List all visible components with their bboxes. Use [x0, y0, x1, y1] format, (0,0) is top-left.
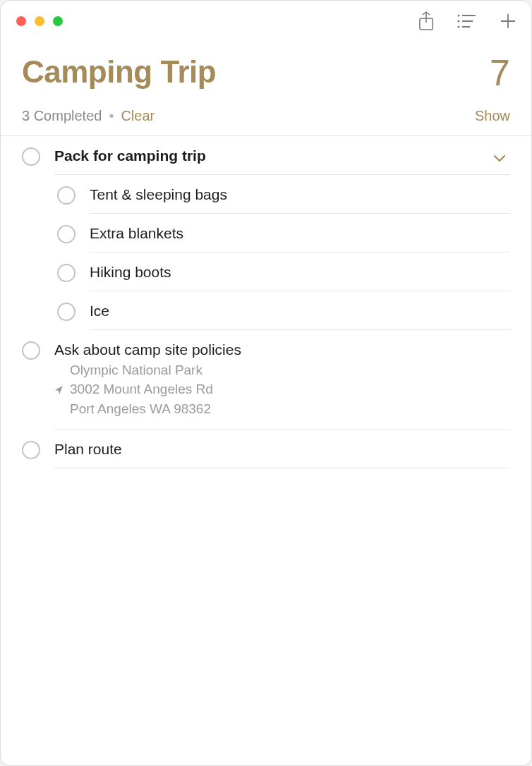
- reminder-subitem[interactable]: Tent & sleeping bags: [22, 175, 510, 214]
- reminder-title: Ice: [90, 303, 510, 320]
- reminder-title: Extra blankets: [90, 225, 510, 242]
- complete-checkbox[interactable]: [57, 303, 75, 321]
- add-reminder-button[interactable]: [497, 11, 519, 32]
- reminder-title: Pack for camping trip: [54, 147, 510, 164]
- clear-completed-button[interactable]: Clear: [121, 108, 155, 124]
- reminder-item[interactable]: Plan route: [22, 430, 510, 468]
- list-title: Camping Trip: [22, 54, 216, 90]
- location-arrow-icon: [54, 382, 66, 401]
- reminder-item[interactable]: Pack for camping trip: [22, 136, 510, 175]
- separator-dot: •: [109, 108, 114, 124]
- close-window-button[interactable]: [16, 16, 26, 26]
- complete-checkbox[interactable]: [22, 147, 40, 166]
- reminder-item[interactable]: Ask about camp site policies Olympic Nat…: [22, 330, 510, 430]
- location-address-line2: Port Angeles WA 98362: [54, 400, 510, 419]
- complete-checkbox[interactable]: [57, 186, 75, 205]
- window-controls: [16, 16, 63, 26]
- toolbar: [416, 11, 519, 32]
- reminder-title: Ask about camp site policies: [54, 341, 510, 358]
- reminder-location: Olympic National Park 3002 Mount Angeles…: [54, 361, 510, 419]
- reminder-subitem[interactable]: Extra blankets: [22, 214, 510, 253]
- minimize-window-button[interactable]: [35, 16, 44, 26]
- reminder-subitem[interactable]: Hiking boots: [22, 253, 510, 291]
- complete-checkbox[interactable]: [57, 225, 75, 243]
- show-completed-button[interactable]: Show: [475, 108, 510, 124]
- complete-checkbox[interactable]: [57, 264, 75, 282]
- zoom-window-button[interactable]: [53, 16, 63, 26]
- svg-point-6: [458, 26, 460, 28]
- complete-checkbox[interactable]: [22, 341, 40, 360]
- reminder-title: Hiking boots: [90, 264, 510, 281]
- app-window: Camping Trip 7 3 Completed • Clear Show …: [0, 0, 532, 766]
- reminder-title: Tent & sleeping bags: [90, 186, 510, 203]
- list-header: Camping Trip 7: [1, 42, 531, 94]
- reminder-count: 7: [490, 54, 510, 91]
- svg-point-5: [458, 20, 460, 23]
- completed-status: 3 Completed • Clear: [22, 108, 155, 124]
- share-button[interactable]: [416, 11, 437, 32]
- svg-point-4: [458, 15, 460, 17]
- list-view-button[interactable]: [457, 11, 478, 32]
- status-bar: 3 Completed • Clear Show: [1, 94, 531, 136]
- location-address-line1: 3002 Mount Angeles Rd: [70, 380, 213, 399]
- location-name: Olympic National Park: [54, 361, 510, 380]
- complete-checkbox[interactable]: [22, 441, 40, 459]
- chevron-down-icon[interactable]: [493, 152, 506, 166]
- completed-count-text: 3 Completed: [22, 108, 102, 124]
- reminder-title: Plan route: [54, 441, 510, 458]
- reminders-list: Pack for camping trip Tent & sleeping ba…: [1, 136, 531, 765]
- reminder-subitem[interactable]: Ice: [22, 291, 510, 330]
- titlebar: [1, 1, 531, 42]
